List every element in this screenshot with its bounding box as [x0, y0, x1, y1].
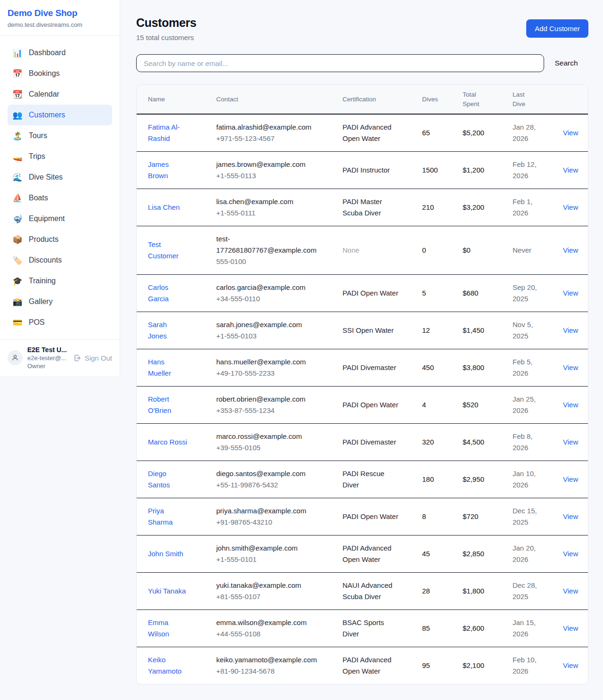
view-link[interactable]: View [563, 550, 578, 558]
customer-dives: 95 [416, 647, 457, 684]
customer-last-dive: Jan 10, 2026 [513, 468, 544, 491]
sidebar-item-tours[interactable]: 🏝️ Tours [8, 125, 112, 146]
customer-last-dive: Feb 12, 2026 [513, 159, 544, 181]
customer-certification: PADI Advanced Open Water [342, 543, 399, 565]
view-link[interactable]: View [563, 512, 578, 520]
customer-certification: PADI Divemaster [342, 362, 399, 373]
customer-name-link[interactable]: Marco Rossi [148, 436, 187, 448]
main-content: Customers 15 total customers Add Custome… [120, 0, 603, 684]
customer-name-link[interactable]: James Brown [148, 159, 187, 181]
customer-name-link[interactable]: Lisa Chen [148, 202, 187, 213]
training-icon: 🎓 [12, 276, 23, 286]
page-header: Customers 15 total customers Add Custome… [136, 16, 588, 41]
sidebar-item-products[interactable]: 📦 Products [8, 229, 112, 250]
customer-dives: 12 [416, 312, 457, 349]
table-row: Marco Rossi marco.rossi@example.com +39-… [137, 424, 588, 461]
customer-phone: +81-555-0107 [216, 591, 331, 602]
boats-icon: ⛵ [12, 193, 23, 203]
customer-phone: +81-90-1234-5678 [216, 666, 331, 677]
customer-name-link[interactable]: Fatima Al-Rashid [148, 122, 187, 144]
view-link[interactable]: View [563, 166, 578, 174]
customer-certification: PADI Open Water [342, 399, 399, 411]
customer-name-link[interactable]: Hans Mueller [148, 356, 187, 379]
customer-last-dive: Dec 15, 2025 [513, 505, 544, 528]
add-customer-button[interactable]: Add Customer [526, 19, 588, 38]
view-link[interactable]: View [563, 129, 578, 137]
customer-dives: 210 [416, 189, 457, 226]
table-header: Name Contact Certification Dives Total S… [137, 85, 588, 114]
customer-name-link[interactable]: Priya Sharma [148, 505, 187, 528]
user-role: Owner [27, 362, 67, 370]
col-header-last-dive: Last Dive [507, 85, 557, 114]
customer-email: lisa.chen@example.com [216, 196, 318, 207]
dive-sites-icon: 🌊 [12, 173, 23, 182]
sidebar-item-trips[interactable]: 🚤 Trips [8, 146, 112, 167]
table-row: Diego Santos diego.santos@example.com +5… [137, 461, 588, 498]
customer-phone: +971-55-123-4567 [216, 133, 331, 144]
sidebar-item-gallery[interactable]: 📸 Gallery [8, 291, 112, 312]
sidebar-item-equipment[interactable]: 🤿 Equipment [8, 208, 112, 229]
customer-total-spent: $520 [457, 387, 507, 424]
customer-phone: +91-98765-43210 [216, 517, 331, 528]
customers-icon: 👥 [12, 110, 23, 120]
search-button[interactable]: Search [544, 59, 588, 67]
customer-total-spent: $2,100 [457, 647, 507, 684]
customer-dives: 1500 [416, 152, 457, 189]
sign-out-button[interactable]: Sign Out [73, 354, 112, 362]
customer-dives: 85 [416, 610, 457, 647]
customer-name-link[interactable]: Diego Santos [148, 468, 187, 491]
col-header-contact: Contact [211, 85, 337, 114]
view-link[interactable]: View [563, 246, 578, 254]
customer-name-link[interactable]: Emma Wilson [148, 617, 187, 640]
view-link[interactable]: View [563, 289, 578, 297]
customer-dives: 4 [416, 387, 457, 424]
customer-email: emma.wilson@example.com [216, 617, 318, 628]
view-link[interactable]: View [563, 587, 578, 595]
customer-certification: PADI Open Water [342, 288, 399, 299]
customer-total-spent: $4,500 [457, 424, 507, 461]
customer-email: marco.rossi@example.com [216, 431, 318, 442]
customer-name-link[interactable]: Test Customer [148, 239, 187, 262]
customer-name-link[interactable]: John Smith [148, 548, 187, 560]
customer-phone: +353-87-555-1234 [216, 405, 331, 416]
customer-last-dive: Jan 28, 2026 [513, 122, 544, 144]
search-input[interactable] [136, 54, 544, 72]
customer-name-link[interactable]: Keiko Yamamoto [148, 654, 187, 677]
customer-certification: SSI Open Water [342, 325, 399, 336]
tours-icon: 🏝️ [12, 131, 23, 141]
view-link[interactable]: View [563, 624, 578, 632]
view-link[interactable]: View [563, 401, 578, 409]
customer-name-link[interactable]: Carlos Garcia [148, 282, 187, 305]
customer-total-spent: $720 [457, 498, 507, 535]
trips-icon: 🚤 [12, 152, 23, 162]
sidebar-item-calendar[interactable]: 📆 Calendar [8, 84, 112, 105]
customer-name-link[interactable]: Robert O'Brien [148, 394, 187, 416]
equipment-icon: 🤿 [12, 214, 23, 224]
customer-last-dive: Nov 5, 2025 [513, 319, 544, 342]
sidebar-item-training[interactable]: 🎓 Training [8, 271, 112, 291]
customer-last-dive: Jan 25, 2026 [513, 394, 544, 416]
view-link[interactable]: View [563, 475, 578, 483]
sidebar-item-dashboard[interactable]: 📊 Dashboard [8, 42, 112, 63]
user-email: e2e-tester@... [27, 354, 67, 362]
app-title: Demo Dive Shop [8, 8, 112, 18]
view-link[interactable]: View [563, 203, 578, 211]
sidebar-item-customers[interactable]: 👥 Customers [8, 105, 112, 125]
sidebar-item-discounts[interactable]: 🏷️ Discounts [8, 250, 112, 271]
products-icon: 📦 [12, 235, 23, 245]
col-header-total-spent: Total Spent [457, 85, 507, 114]
view-link[interactable]: View [563, 326, 578, 334]
sidebar-item-pos[interactable]: 💳 POS [8, 312, 112, 333]
customer-name-link[interactable]: Sarah Jones [148, 319, 187, 342]
table-row: Keiko Yamamoto keiko.yamamoto@example.co… [137, 647, 588, 684]
view-link[interactable]: View [563, 363, 578, 371]
customer-total-spent: $680 [457, 275, 507, 312]
customer-name-link[interactable]: Yuki Tanaka [148, 585, 187, 597]
view-link[interactable]: View [563, 661, 578, 669]
sidebar-item-bookings[interactable]: 📅 Bookings [8, 63, 112, 84]
sidebar-item-dive-sites[interactable]: 🌊 Dive Sites [8, 167, 112, 188]
app-domain: demo.test.divestreams.com [8, 21, 112, 28]
sidebar-item-boats[interactable]: ⛵ Boats [8, 188, 112, 208]
discounts-icon: 🏷️ [12, 255, 23, 265]
view-link[interactable]: View [563, 438, 578, 446]
